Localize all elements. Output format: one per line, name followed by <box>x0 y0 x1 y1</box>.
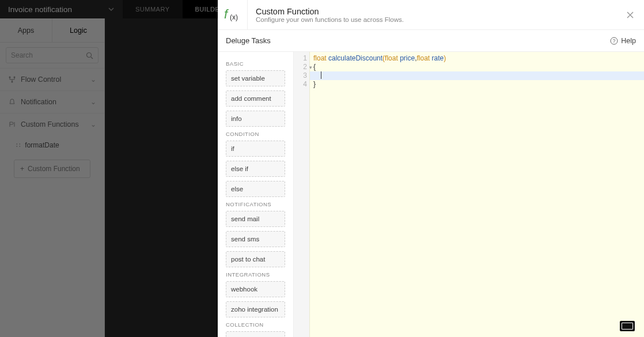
code-line: { <box>310 63 644 71</box>
help-icon: ? <box>610 37 618 45</box>
keyboard-shortcuts-icon[interactable] <box>620 321 635 331</box>
toolbar-label: Deluge Tasks <box>226 36 271 45</box>
task-category-header: INTEGRATIONS <box>226 271 285 278</box>
task-else-if[interactable]: else if <box>226 161 285 177</box>
editor-gutter: 1 2▾ 3 4 <box>294 52 310 337</box>
task-webhook[interactable]: webhook <box>226 281 285 297</box>
svg-text:?: ? <box>613 38 616 44</box>
task-post-to-chat[interactable]: post to chat <box>226 251 285 267</box>
task-else[interactable]: else <box>226 181 285 197</box>
task-if[interactable]: if <box>226 141 285 157</box>
custom-function-modal: f (x) Custom Function Configure your own… <box>218 0 644 337</box>
modal-title: Custom Function <box>256 7 608 16</box>
code-line: } <box>310 80 644 89</box>
code-editor[interactable]: 1 2▾ 3 4 float calculateDiscount(float p… <box>294 52 644 337</box>
task-send-mail[interactable]: send mail <box>226 211 285 227</box>
task-create-collection[interactable]: create collection <box>226 331 285 337</box>
help-label: Help <box>621 37 636 45</box>
task-category-header: COLLECTION <box>226 321 285 328</box>
modal-subtitle: Configure your own functions to use acro… <box>256 16 608 23</box>
code-line: float calculateDiscount(float price,floa… <box>310 54 644 63</box>
line-number: 4 <box>294 80 307 89</box>
text-cursor <box>321 71 321 79</box>
line-number: 3 <box>294 71 307 80</box>
help-button[interactable]: ? Help <box>610 37 636 45</box>
fx-icon: f (x) <box>218 0 248 29</box>
svg-text:(x): (x) <box>230 13 238 21</box>
task-category-header: CONDITION <box>226 131 285 137</box>
code-area[interactable]: float calculateDiscount(float price,floa… <box>310 52 644 337</box>
svg-text:f: f <box>224 7 229 21</box>
line-number: 2▾ <box>294 63 307 71</box>
deluge-task-panel: BASIC set variable add comment info COND… <box>218 52 294 337</box>
task-category-header: NOTIFICATIONS <box>226 201 285 207</box>
modal-header: f (x) Custom Function Configure your own… <box>218 0 644 30</box>
task-send-sms[interactable]: send sms <box>226 231 285 247</box>
code-line-active <box>310 71 644 80</box>
task-add-comment[interactable]: add comment <box>226 90 285 107</box>
line-number: 1 <box>294 54 307 63</box>
modal-toolbar: Deluge Tasks ? Help <box>218 30 644 52</box>
task-info[interactable]: info <box>226 111 285 127</box>
close-button[interactable] <box>616 0 644 29</box>
task-set-variable[interactable]: set variable <box>226 70 285 86</box>
task-category-header: BASIC <box>226 60 285 67</box>
task-zoho-integration[interactable]: zoho integration <box>226 301 285 317</box>
